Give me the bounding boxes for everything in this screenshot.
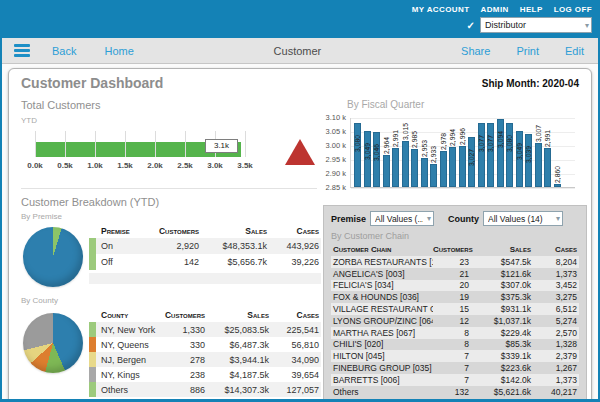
table-row[interactable]: Off142$5,656.7k39,226 [89,254,321,270]
cell: 443,926 [269,241,321,251]
bar-value-label: 2,985 [411,131,418,148]
bar[interactable]: 3,077 [487,117,494,187]
y-axis-label: 3.10 k [320,114,346,122]
table-row[interactable]: ANGELICA'S [003]21$121.6k1,373 [331,268,579,280]
customer-chain-panel: Premise All Values (... ▾ County All Val… [323,205,587,402]
distributor-select[interactable]: Distributor ▾ [480,17,592,33]
fiscal-quarter-bars: 3,0803,0493,0462,9642,9913,0152,9852,953… [354,118,575,187]
table-row[interactable]: BARRETTS [006]7$142.0k1,373 [331,374,579,386]
table-row[interactable]: NY, New York1,330$25,083.5k225,541 [89,322,321,337]
subtitle-by-county: By County [21,296,317,305]
column-header: Sales [207,310,271,320]
bar[interactable]: 2,991 [392,117,399,187]
gauge-tick-label: 2.0k [140,161,170,170]
total-customers-gauge[interactable]: 3.1k 0.0k0.5k1.0k1.5k2.0k2.5k3.0k3.5k [35,131,317,179]
bar[interactable]: 2,994 [449,117,456,187]
cell: 142 [149,257,201,267]
column-header: Sales [201,226,269,236]
share-button[interactable]: Share [461,45,490,57]
premise-filter-select[interactable]: All Values (... ▾ [370,211,434,226]
bar[interactable]: 3,015 [402,117,409,187]
bar-rect [554,184,561,187]
bar-value-label: 2,933 [430,146,437,163]
bar[interactable]: 3,077 [478,117,485,187]
table-row[interactable]: CHILI'S [020]8$85.3k1,328 [331,339,579,351]
cell: $5,621.6k [471,387,533,397]
table-row[interactable]: ZORBA RESTAURANTS [105]23$547.5k8,204 [331,256,579,268]
bar[interactable]: 3,007 [535,117,542,187]
page-title: Customer Dashboard [21,75,163,91]
print-button[interactable]: Print [516,45,539,57]
cell: $229.4k [471,328,533,338]
premise-pie-chart[interactable] [23,227,83,287]
cell: FINEBURG GROUP [035] [331,363,433,373]
alert-triangle-icon [285,139,315,165]
content-area: Customer Dashboard Ship Month: 2020-04 T… [2,64,598,402]
bar[interactable]: 3,039 [525,117,532,187]
table-row[interactable]: Others886$14,307.3k127,057 [89,382,321,397]
table-row[interactable]: NJ, Bergen278$3,944.1k34,090 [89,352,321,367]
chevron-down-icon: ▾ [552,214,560,223]
cell: 34,090 [271,355,321,365]
bar[interactable]: 3,049 [516,117,523,187]
bar[interactable]: 3,080 [354,117,361,187]
county-filter-select[interactable]: All Values (14) ▾ [483,211,563,226]
bar-value-label: 3,039 [525,146,532,163]
cell: $121.6k [471,269,533,279]
bar-value-label: 3,046 [373,144,380,161]
table-row[interactable]: On2,920$48,353.1k443,926 [89,238,321,254]
bar[interactable]: 3,094 [497,117,504,187]
table-row[interactable]: LYONS GROUP/ZINC [064]12$1,037.1k5,274 [331,315,579,327]
bar[interactable]: 2,953 [421,117,428,187]
cell: 2,570 [533,328,579,338]
bar-rect [440,151,447,187]
cell: $14,307.3k [207,385,271,395]
table-row[interactable]: HILTON [045]7$339.1k2,379 [331,350,579,362]
bar[interactable]: 2,985 [411,117,418,187]
home-button[interactable]: Home [104,45,133,57]
cell: $1,037.1k [471,316,533,326]
cell: $142.0k [471,375,533,385]
bar-value-label: 3,015 [402,123,409,140]
cell: 7 [433,363,471,373]
bar[interactable]: 2,978 [440,117,447,187]
bar[interactable]: 2,996 [459,117,466,187]
table-row[interactable]: FOX & HOUNDS [036]19$375.3k3,275 [331,291,579,303]
county-pie-chart[interactable] [23,313,83,373]
distributor-select-value: Distributor [485,20,526,30]
table-row[interactable]: NY, Kings238$4,187.5k39,654 [89,367,321,382]
topbar-link[interactable]: LOG OFF [554,5,592,14]
table-row[interactable]: NY, Queens330$6,487.3k56,810 [89,337,321,352]
back-button[interactable]: Back [52,45,76,57]
topbar-link[interactable]: HELP [520,5,543,14]
menu-icon[interactable] [14,42,30,60]
section-breakdown: Customer Breakdown (YTD) [21,196,317,208]
table-row[interactable]: FINEBURG GROUP [035]7$223.6k1,267 [331,362,579,374]
edit-button[interactable]: Edit [565,45,584,57]
bar[interactable]: 2,933 [430,117,437,187]
bar-value-label: 2,860 [554,166,561,183]
gauge-tick-label: 2.5k [170,161,200,170]
table-row[interactable]: FELICIA'S [034]20$307.0k3,452 [331,280,579,292]
table-row[interactable]: MARTHA RAES [067]8$229.4k2,570 [331,327,579,339]
column-header: Cases [269,226,321,236]
table-row[interactable]: Others132$5,621.6k40,217 [331,386,579,398]
cell: 19 [433,292,471,302]
table-row[interactable]: VILLAGE RESTAURANT GROUP15$931.1k6,512 [331,303,579,315]
bar[interactable]: 2,991 [544,117,551,187]
bar[interactable]: 2,964 [383,117,390,187]
app-window: MY ACCOUNTADMINHELPLOG OFF ✓ Distributor… [0,0,600,402]
y-axis-label: 2.90 k [320,170,346,178]
bar[interactable]: 3,049 [364,117,371,187]
bar[interactable]: 3,027 [468,117,475,187]
checkmark-icon[interactable]: ✓ [467,20,475,31]
bar[interactable]: 3,080 [506,117,513,187]
topbar-link[interactable]: ADMIN [480,5,508,14]
cell: MARTHA RAES [067] [331,328,433,338]
topbar-link[interactable]: MY ACCOUNT [412,5,470,14]
bar[interactable]: 3,046 [373,117,380,187]
bar[interactable]: 2,860 [554,117,561,187]
gauge-plot: 3.1k 0.0k0.5k1.0k1.5k2.0k2.5k3.0k3.5k [35,131,247,173]
premise-block: PremiseCustomersSalesCasesOn2,920$48,353… [21,224,317,287]
cell: ANGELICA'S [003] [331,269,433,279]
